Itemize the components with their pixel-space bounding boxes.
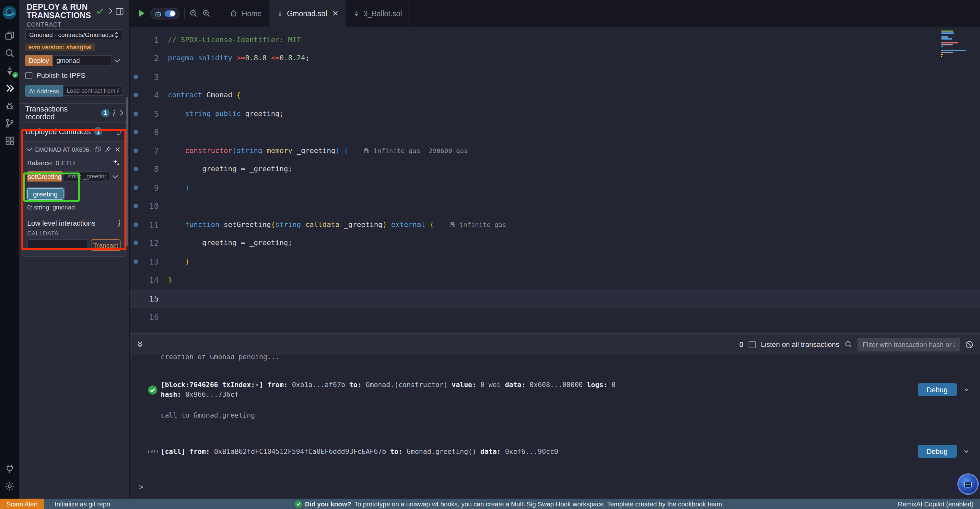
code-line-4[interactable]: 4contract Gmonad {: [130, 86, 980, 104]
run-script-play-icon[interactable]: [137, 9, 146, 18]
terminal-log-entry[interactable]: [block:7646266 txIndex:-] from: 0xb1a...…: [148, 380, 972, 399]
gutter-dot-icon[interactable]: [133, 112, 138, 116]
code-line-16[interactable]: 16: [130, 308, 980, 326]
pin-icon[interactable]: [104, 146, 111, 153]
close-icon[interactable]: [115, 147, 121, 152]
plugin-manager-icon[interactable]: [1, 132, 18, 148]
settings-icon[interactable]: [1, 478, 18, 494]
code-line-3[interactable]: 3: [130, 67, 980, 86]
remix-logo-icon[interactable]: [1, 3, 18, 21]
debug-button[interactable]: Debug: [918, 383, 957, 396]
set-greeting-arg-input[interactable]: [64, 171, 110, 182]
code-line-17[interactable]: 17: [130, 326, 980, 333]
gutter-dot-icon[interactable]: [133, 185, 138, 190]
tab-gmonad-sol[interactable]: Gmonad.sol: [269, 0, 346, 27]
code-line-11[interactable]: 11 function setGreeting(string calldata …: [130, 215, 980, 234]
gutter-dot-icon[interactable]: [133, 130, 138, 134]
code-line-8[interactable]: 8 greeting = _greeting;: [130, 160, 980, 178]
gutter-dot-icon[interactable]: [133, 167, 138, 171]
init-git-repo-button[interactable]: Initialize as git repo: [45, 500, 121, 507]
collapse-contract-chevron-icon[interactable]: [27, 146, 32, 152]
transact-button[interactable]: Transact: [91, 239, 121, 251]
status-bar: Scam Alert Initialize as git repo Did yo…: [0, 499, 980, 509]
copy-address-icon[interactable]: [94, 146, 101, 153]
search-small-icon[interactable]: [845, 340, 852, 348]
code-line-12[interactable]: 12 greeting = _greeting;: [130, 234, 980, 252]
file-explorer-icon[interactable]: [1, 27, 18, 43]
zoom-out-icon[interactable]: [189, 9, 198, 18]
at-address-input[interactable]: [63, 85, 123, 96]
calldata-input[interactable]: [27, 239, 88, 251]
debug-button[interactable]: Debug: [918, 445, 957, 458]
plugin-connector-icon[interactable]: [1, 460, 18, 477]
listen-all-checkbox[interactable]: [749, 341, 756, 348]
code-line-7[interactable]: 7 constructor(string memory _greeting) {…: [130, 141, 980, 160]
terminal-log-entry[interactable]: CALL[call] from: 0xB1aB62fdFC104512F594f…: [148, 445, 972, 458]
gutter-dot-icon[interactable]: [133, 148, 138, 153]
tab-home[interactable]: Home: [222, 0, 269, 27]
greeting-result: 0: string: gmonad: [27, 204, 121, 211]
code-text: greeting = _greeting;: [159, 165, 292, 174]
code-line-6[interactable]: 6: [130, 123, 980, 141]
contract-select[interactable]: Gmonad - contracts/Gmonad.sol: [25, 29, 123, 40]
split-panel-icon[interactable]: [115, 7, 124, 15]
gas-text: 290600 gas: [429, 147, 468, 154]
remix-ai-assistant-button[interactable]: [957, 473, 979, 495]
tab-3-ballot-sol[interactable]: 3_Ballot.sol: [346, 0, 410, 27]
copilot-status[interactable]: RemixAI Copilot (enabled): [898, 500, 980, 507]
constructor-arg-input[interactable]: [52, 55, 112, 66]
deploy-button[interactable]: Deploy: [25, 55, 52, 66]
gutter-dot-icon[interactable]: [133, 75, 138, 79]
scam-alert-button[interactable]: Scam Alert: [0, 499, 45, 509]
code-line-10[interactable]: 10: [130, 197, 980, 215]
code-line-14[interactable]: 14}: [130, 271, 980, 289]
sparkles-icon[interactable]: [112, 158, 121, 167]
search-icon[interactable]: [1, 45, 18, 61]
trash-icon[interactable]: [115, 128, 123, 135]
solidity-compiler-icon[interactable]: [1, 62, 18, 78]
compiled-check-badge: [12, 72, 18, 78]
contract-card-header[interactable]: GMONAD AT 0X606...6757: [23, 142, 125, 153]
expand-log-chevron-icon[interactable]: [963, 448, 970, 455]
at-address-button[interactable]: At Address: [25, 85, 63, 97]
deploy-and-run-icon[interactable]: [1, 80, 18, 96]
tab-label: Gmonad.sol: [287, 10, 327, 17]
terminal-body[interactable]: creation of Gmonad pending... [block:764…: [130, 355, 980, 499]
side-panel-scrollbar[interactable]: [126, 97, 128, 246]
gutter-dot-icon[interactable]: [133, 241, 138, 246]
greeting-button[interactable]: greeting: [27, 188, 64, 200]
code-line-2[interactable]: 2pragma solidity >=0.8.0 <=0.8.24;: [130, 49, 980, 67]
gutter-dot-icon[interactable]: [133, 222, 138, 227]
pin-panel-chevron-icon[interactable]: [108, 9, 111, 13]
transaction-filter-input[interactable]: [858, 338, 960, 351]
set-greeting-button[interactable]: setGreeting: [27, 171, 62, 182]
code-editor[interactable]: 1// SPDX-License-Identifier: MIT2pragma …: [130, 27, 980, 333]
code-line-15[interactable]: 15: [130, 289, 980, 308]
expand-transactions-chevron-icon[interactable]: [119, 111, 123, 115]
copilot-toggle[interactable]: [150, 8, 180, 19]
transactions-recorded-row[interactable]: Transactions recorded 1: [19, 104, 129, 123]
set-greeting-expand-chevron-icon[interactable]: [110, 176, 121, 177]
close-icon[interactable]: [332, 10, 338, 16]
deploy-expand-chevron-icon[interactable]: [112, 60, 123, 62]
divider: [184, 8, 185, 19]
gutter-dot-icon[interactable]: [133, 204, 138, 209]
expand-log-chevron-icon[interactable]: [963, 386, 970, 393]
line-number: 6: [141, 128, 159, 137]
gutter-dot-icon[interactable]: [133, 93, 138, 97]
code-line-1[interactable]: 1// SPDX-License-Identifier: MIT: [130, 30, 980, 49]
terminal-prompt[interactable]: >: [139, 482, 980, 491]
debugger-icon[interactable]: [1, 97, 18, 113]
git-icon[interactable]: [1, 115, 18, 131]
collapse-terminal-icon[interactable]: [136, 340, 144, 348]
publish-ipfs-checkbox[interactable]: [25, 72, 32, 79]
code-line-5[interactable]: 5 string public greeting;: [130, 104, 980, 123]
gutter-dot-icon[interactable]: [133, 259, 138, 264]
minimap[interactable]: [941, 30, 971, 64]
code-line-13[interactable]: 13 }: [130, 252, 980, 271]
clear-console-ban-icon[interactable]: [965, 340, 974, 348]
code-line-9[interactable]: 9 }: [130, 178, 980, 197]
deploy-row: Deploy: [25, 55, 123, 66]
zoom-in-icon[interactable]: [202, 9, 211, 18]
copilot-toggle-switch[interactable]: [165, 10, 176, 16]
